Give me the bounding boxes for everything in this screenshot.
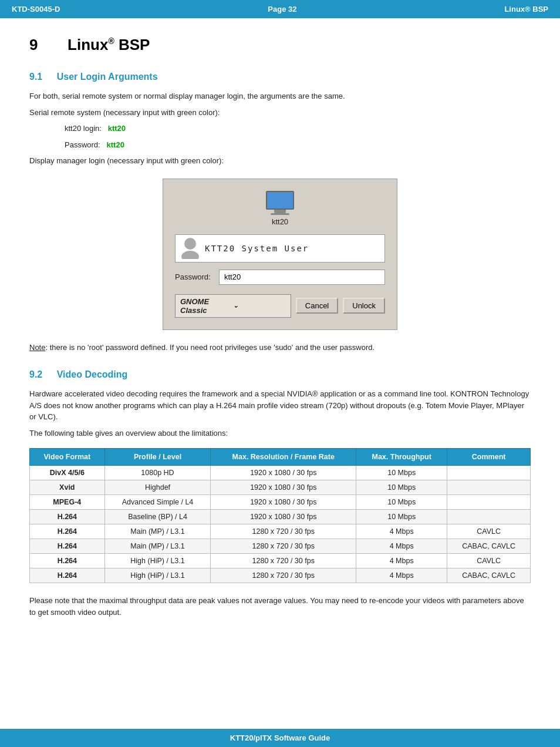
table-row: DivX 4/5/61080p HD1920 x 1080 / 30 fps10… [30, 466, 531, 480]
session-label: GNOME Classic [180, 297, 233, 315]
cancel-button[interactable]: Cancel [296, 298, 338, 314]
table-row: H.264High (HiP) / L3.11280 x 720 / 30 fp… [30, 554, 531, 568]
monitor-screen [266, 191, 294, 210]
password-line: Password: ktt20 [65, 139, 531, 151]
table-row: XvidHighdef1920 x 1080 / 30 fps10 Mbps [30, 480, 531, 495]
page-content: 9 Linux® BSP 9.1 User Login Arguments Fo… [0, 18, 560, 729]
body-end-text: Please note that the maximal throughput … [29, 595, 531, 618]
para-2: Serial remote system (necessary input wi… [29, 107, 531, 119]
page-footer: KTT20/pITX Software Guide [0, 729, 560, 747]
footer-text: KTT20/pITX Software Guide [230, 733, 330, 742]
user-display-name: KTT20 System User [205, 244, 309, 253]
monitor-base [271, 213, 289, 215]
session-select[interactable]: GNOME Classic ⌄ [175, 294, 291, 318]
password-row: Password: [175, 270, 385, 285]
para-3: Display manager login (necessary input w… [29, 155, 531, 167]
section-9-1-heading: 9.1 User Login Arguments [29, 72, 531, 82]
section-9-2-heading: 9.2 Video Decoding [29, 369, 531, 380]
ktt20-login-line: ktt20 login: ktt20 [65, 123, 531, 134]
svg-point-0 [184, 238, 196, 250]
table-row: H.264High (HiP) / L3.11280 x 720 / 30 fp… [30, 568, 531, 583]
avatar [181, 240, 199, 257]
note-text: Note: there is no 'root' password define… [29, 342, 531, 354]
col-max-throughput: Max. Throughput [356, 449, 447, 466]
note-prefix: Note [29, 343, 45, 352]
chapter-title: 9 Linux® BSP [29, 36, 531, 54]
col-profile-level: Profile / Level [104, 449, 211, 466]
video-decoding-para1: Hardware accelerated video decoding requ… [29, 388, 531, 423]
password-label: Password: [175, 272, 219, 281]
note-body: : there is no 'root' password defined. I… [45, 343, 375, 352]
table-row: H.264Main (MP) / L3.11280 x 720 / 30 fps… [30, 539, 531, 554]
table-row: H.264Baseline (BP) / L41920 x 1080 / 30 … [30, 510, 531, 524]
page-header: KTD-S0045-D Page 32 Linux® BSP [0, 0, 560, 18]
col-video-format: Video Format [30, 449, 105, 466]
monitor-stand [274, 210, 286, 213]
dialog-bottom-row: GNOME Classic ⌄ Cancel Unlock [175, 294, 385, 318]
chevron-down-icon: ⌄ [233, 302, 286, 309]
video-decoding-para2: The following table gives an overview ab… [29, 428, 531, 439]
col-max-resolution: Max. Resolution / Frame Rate [211, 449, 356, 466]
login-dialog: ktt20 KTT20 System User Password: GNOME … [163, 179, 397, 330]
monitor-icon [266, 191, 294, 213]
svg-point-1 [181, 251, 199, 259]
header-right: Linux® BSP [504, 5, 548, 14]
para-1: For both, serial remote system or normal… [29, 90, 531, 102]
header-center: Page 32 [268, 5, 296, 14]
col-comment: Comment [447, 449, 531, 466]
user-row: KTT20 System User [175, 234, 385, 263]
note-wrapper: Note: there is no 'root' password define… [29, 342, 531, 354]
header-left: KTD-S0045-D [12, 5, 60, 14]
video-table: Video Format Profile / Level Max. Resolu… [29, 448, 531, 583]
dialog-username-display: ktt20 [272, 217, 288, 226]
unlock-button[interactable]: Unlock [343, 298, 385, 314]
table-row: H.264Main (MP) / L3.11280 x 720 / 30 fps… [30, 524, 531, 539]
password-input[interactable] [219, 270, 385, 285]
dialog-top: ktt20 [175, 191, 385, 226]
table-row: MPEG-4Advanced Simple / L41920 x 1080 / … [30, 495, 531, 510]
